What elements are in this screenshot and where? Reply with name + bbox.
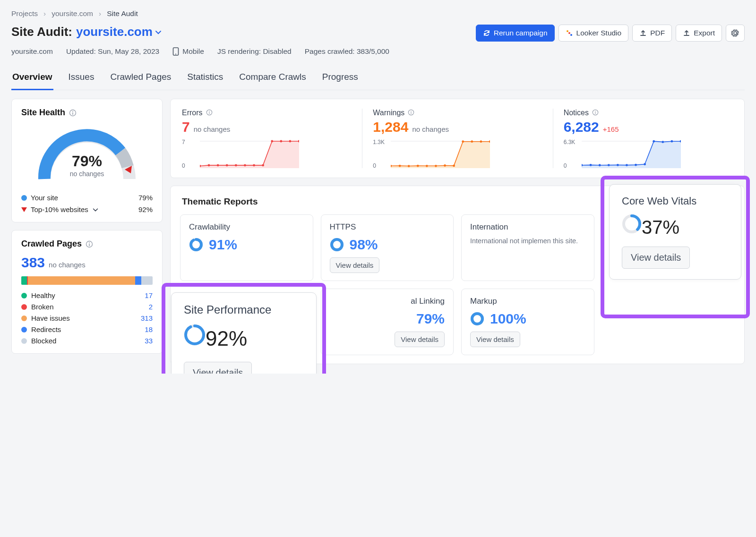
errors-value: 7	[182, 119, 190, 135]
breadcrumb-domain[interactable]: yoursite.com	[52, 9, 93, 18]
chevron-down-icon	[92, 206, 99, 213]
international-seo-card: Internation International not implemen t…	[461, 214, 594, 281]
svg-point-2	[570, 34, 572, 36]
site-health-card: Site Health 79% no changes Your site	[11, 99, 163, 222]
svg-point-24	[262, 164, 264, 167]
notices-value: 6,282	[564, 119, 599, 135]
breadcrumb-projects[interactable]: Projects	[11, 9, 38, 18]
upload-icon	[639, 29, 647, 37]
svg-rect-7	[72, 112, 73, 115]
site-health-value: 79%	[70, 153, 104, 170]
svg-point-25	[271, 140, 273, 143]
rerun-label: Rerun campaign	[494, 29, 548, 37]
svg-point-20	[226, 164, 228, 167]
svg-point-57	[635, 164, 637, 166]
international-title: Internation	[470, 222, 585, 232]
legend-top10: Top-10% websites	[31, 205, 88, 213]
crawled-bar	[21, 276, 153, 285]
internal-linking-pct: 79%	[416, 311, 445, 327]
page-title: Site Audit: yoursite.com	[11, 25, 162, 39]
core-web-vitals-card: Core Web Vitals 37% View details	[609, 184, 741, 280]
bar-segment	[141, 276, 153, 285]
crawled-legend-label: Healthy	[31, 291, 55, 299]
crawlability-card: Crawlability 91%	[180, 214, 313, 281]
crawled-legend-row[interactable]: Blocked33	[21, 337, 153, 345]
bar-segment	[135, 276, 141, 285]
svg-point-38	[426, 165, 428, 167]
info-icon[interactable]	[69, 109, 77, 117]
legend-top10-pct: 92%	[138, 205, 153, 213]
meta-domain: yoursite.com	[11, 47, 53, 56]
crawled-legend-value: 2	[137, 303, 153, 311]
https-pct: 98%	[350, 237, 378, 253]
rerun-button[interactable]: Rerun campaign	[476, 25, 555, 42]
looker-icon	[566, 29, 573, 37]
bar-segment	[28, 276, 135, 285]
bar-segment	[21, 276, 27, 285]
view-details-button[interactable]: View details	[470, 332, 520, 347]
https-card: HTTPS 98% View details	[321, 214, 454, 281]
site-selector[interactable]: yoursite.com	[76, 25, 162, 39]
cwv-pct: 37%	[642, 217, 679, 238]
crawled-legend-row[interactable]: Healthy17	[21, 291, 153, 299]
warnings-sparkline: 1.3K 0	[373, 140, 542, 168]
svg-point-30	[411, 111, 412, 112]
upload-icon	[683, 29, 690, 37]
svg-rect-14	[209, 112, 209, 114]
settings-button[interactable]	[726, 25, 745, 42]
svg-point-4	[175, 54, 176, 55]
crawled-sub: no changes	[49, 261, 86, 269]
crawled-legend-row[interactable]: Have issues313	[21, 314, 153, 322]
view-details-button[interactable]: View details	[184, 362, 252, 374]
pdf-button[interactable]: PDF	[632, 25, 672, 42]
view-details-button[interactable]: View details	[395, 332, 445, 347]
tab-crawled-pages[interactable]: Crawled Pages	[109, 72, 172, 90]
info-icon[interactable]	[408, 109, 415, 117]
chevron-right-icon: ›	[99, 9, 101, 18]
svg-point-26	[280, 140, 282, 143]
international-desc: International not implemen this site.	[470, 237, 585, 246]
svg-point-43	[471, 140, 473, 143]
crawled-legend-value: 18	[137, 325, 153, 333]
svg-point-64	[191, 239, 201, 250]
svg-point-58	[644, 163, 646, 165]
tab-compare-crawls[interactable]: Compare Crawls	[238, 72, 307, 90]
export-label: Export	[694, 29, 715, 37]
meta-device: Mobile	[172, 47, 204, 56]
info-icon[interactable]	[592, 109, 600, 117]
crawled-legend-row[interactable]: Broken2	[21, 303, 153, 311]
info-icon[interactable]	[86, 240, 93, 248]
pdf-label: PDF	[650, 29, 665, 37]
tab-progress[interactable]: Progress	[321, 72, 359, 90]
svg-point-0	[567, 30, 568, 32]
cwv-title: Core Web Vitals	[622, 195, 729, 207]
mobile-icon	[172, 47, 179, 56]
warnings-value: 1,284	[373, 119, 408, 135]
looker-studio-button[interactable]: Looker Studio	[558, 25, 629, 42]
warnings-sub: no changes	[412, 125, 449, 133]
legend-top10-row[interactable]: Top-10% websites 92%	[21, 205, 153, 213]
crawled-legend-row[interactable]: Redirects18	[21, 325, 153, 333]
svg-point-60	[662, 141, 664, 143]
tab-statistics[interactable]: Statistics	[186, 72, 224, 90]
svg-point-39	[435, 165, 437, 167]
crawlability-title: Crawlability	[189, 222, 304, 232]
dot-icon	[21, 195, 27, 201]
triangle-down-icon	[21, 207, 27, 212]
svg-point-1	[568, 32, 570, 34]
svg-point-27	[289, 140, 292, 143]
tab-overview[interactable]: Overview	[11, 72, 53, 90]
chevron-right-icon: ›	[43, 9, 46, 18]
gear-icon	[731, 29, 739, 37]
view-details-button[interactable]: View details	[622, 247, 690, 269]
ring-icon	[189, 238, 203, 252]
markup-card: Markup 100% View details	[461, 289, 594, 355]
breadcrumb-current: Site Audit	[107, 9, 138, 18]
tab-issues[interactable]: Issues	[68, 72, 95, 90]
svg-point-21	[235, 164, 237, 167]
view-details-button[interactable]: View details	[330, 257, 380, 273]
crawled-legend-value: 17	[137, 291, 153, 299]
info-icon[interactable]	[206, 109, 214, 117]
crawled-value: 383	[21, 255, 45, 271]
export-button[interactable]: Export	[676, 25, 722, 42]
